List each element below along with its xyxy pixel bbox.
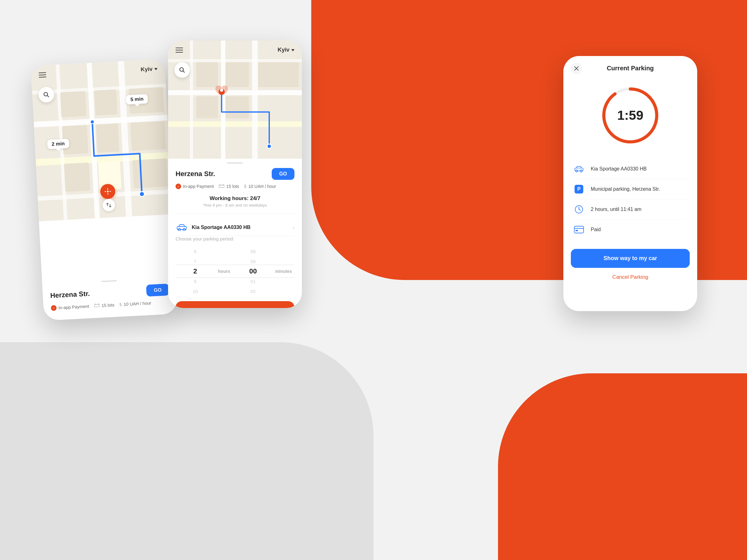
phone2-city-selector[interactable]: Kyiv <box>278 47 294 53</box>
time-picker[interactable]: 6 7 2 9 10 hours 58 59 00 01 02 minutes <box>176 246 294 296</box>
phone2-search-button[interactable] <box>174 62 190 78</box>
city-selector[interactable]: Kyiv <box>140 65 157 73</box>
phone1-bottom-card: Herzena Str. GO ✓ In-app Payment 15 lots… <box>42 272 178 320</box>
min-item-58: 58 <box>251 246 256 256</box>
hour-item-2-selected: 2 <box>193 266 197 276</box>
payment-info-icon <box>573 224 585 235</box>
time-info-icon <box>573 204 585 215</box>
chevron-right-icon: › <box>292 224 294 231</box>
check-icon: ✓ <box>51 305 57 311</box>
pay-button[interactable]: 20 UAH Pay → <box>176 301 294 308</box>
phone-3: Current Parking 1:59 K <box>563 56 697 311</box>
car-info: Kia Sportage AA0330 HB <box>176 224 251 231</box>
hamburger-menu[interactable] <box>38 72 46 77</box>
svg-rect-13 <box>130 121 166 151</box>
phone-1: 5 min 2 min Kyiv <box>31 59 178 320</box>
svg-line-57 <box>579 209 581 210</box>
map-area-1: 5 min 2 min Kyiv <box>31 59 173 221</box>
svg-rect-11 <box>96 124 120 153</box>
svg-line-41 <box>183 71 185 73</box>
min-item-01: 01 <box>251 276 256 286</box>
svg-rect-8 <box>60 91 86 117</box>
svg-rect-35 <box>196 97 218 118</box>
parking-info-row: Herzena Str. GO <box>50 284 169 302</box>
svg-line-21 <box>47 95 49 97</box>
hour-item-7: 7 <box>194 256 197 266</box>
hours-label: hours <box>218 269 230 274</box>
info-row-time: 2 hours, until 11:41 am <box>573 199 687 220</box>
info-row-parking: P Municipal parking, Herzena Str. <box>573 179 687 199</box>
hour-item-9: 9 <box>194 276 197 286</box>
info-row-car: Kia Sportage AA0330 HB <box>573 159 687 179</box>
period-label: Choose your parking period: <box>176 236 294 241</box>
working-hours-section: Working hours: 24/7 *free 8 pm - 8 am an… <box>176 189 294 214</box>
bg-gray-bottom <box>0 342 374 560</box>
svg-point-17 <box>139 191 145 196</box>
hours-column[interactable]: 6 7 2 9 10 <box>176 246 215 296</box>
payment-info-text: Paid <box>591 227 601 232</box>
min-item-02: 02 <box>251 286 256 296</box>
svg-rect-27 <box>168 121 302 127</box>
min-item-00-selected: 00 <box>249 266 257 276</box>
close-button[interactable] <box>571 63 582 74</box>
parking-name: Herzena Str. <box>50 290 90 300</box>
svg-rect-16 <box>132 158 168 188</box>
svg-point-39 <box>267 144 272 149</box>
svg-rect-60 <box>575 230 578 231</box>
phone3-title: Current Parking <box>607 65 654 72</box>
svg-rect-33 <box>226 62 249 87</box>
phone2-price-meta: $ 10 UAH / hour <box>244 184 276 189</box>
time-info-text: 2 hours, until 11:41 am <box>591 207 642 212</box>
phone-2: Kyiv Herzena Str. GO ✓ In-app Payment <box>168 41 302 308</box>
info-row-payment: Paid <box>573 220 687 240</box>
phone2-go-button[interactable]: GO <box>272 168 294 180</box>
working-hours-subtitle: *free 8 pm - 8 am and on weekdays <box>176 203 294 208</box>
working-hours-title: Working hours: 24/7 <box>176 195 294 202</box>
info-rows: Kia Sportage AA0330 HB P Municipal parki… <box>563 156 697 243</box>
phone2-check-icon: ✓ <box>176 184 181 189</box>
car-info-icon <box>573 163 585 175</box>
bg-orange-bottom <box>498 373 747 560</box>
phone2-parking-row: Herzena Str. GO <box>176 168 294 180</box>
svg-rect-52 <box>575 168 583 171</box>
parking-info-icon: P <box>573 184 585 195</box>
phone2-content: Herzena Str. GO ✓ In-app Payment 15 lots… <box>168 162 302 308</box>
phone2-hamburger[interactable] <box>176 48 183 53</box>
svg-rect-32 <box>196 62 218 87</box>
min-item-59: 59 <box>251 256 256 266</box>
cancel-parking-button[interactable]: Cancel Parking <box>612 274 648 280</box>
phone2-parking-meta: ✓ In-app Payment 15 lots $ 10 UAH / hour <box>176 184 294 189</box>
svg-rect-45 <box>177 226 186 230</box>
timer-time: 1:59 <box>617 108 643 123</box>
pay-label: Pay → <box>271 308 288 308</box>
svg-rect-9 <box>94 89 117 116</box>
callout-2min: 2 min <box>47 139 69 149</box>
minutes-label-col: minutes <box>273 246 294 296</box>
svg-rect-26 <box>168 90 302 95</box>
hours-label-col: hours <box>215 246 233 296</box>
hour-item-6: 6 <box>194 246 197 256</box>
drag-handle-2 <box>227 162 243 164</box>
minutes-column[interactable]: 58 59 00 01 02 <box>233 246 273 296</box>
svg-point-38 <box>220 89 223 92</box>
phone3-header: Current Parking <box>563 56 697 78</box>
timer-container: 1:59 <box>563 78 697 156</box>
go-button[interactable]: GO <box>146 284 169 297</box>
phone2-city-caret-icon <box>291 49 294 51</box>
drag-handle <box>101 280 117 282</box>
parking-info-text: Municipal parking, Herzena Str. <box>591 186 660 192</box>
phone2-lots-meta: 15 lots <box>219 184 239 189</box>
car-icon <box>176 224 188 231</box>
svg-rect-24 <box>98 303 99 304</box>
svg-rect-31 <box>168 59 302 62</box>
car-name: Kia Sportage AA0330 HB <box>192 224 251 230</box>
svg-rect-58 <box>574 226 584 233</box>
price-meta: $ 10 UAH / hour <box>119 300 151 307</box>
timer-circle: 1:59 <box>599 84 662 146</box>
car-row[interactable]: Kia Sportage AA0330 HB › <box>176 219 294 236</box>
svg-point-18 <box>90 120 94 124</box>
car-info-text: Kia Sportage AA0330 HB <box>591 166 647 172</box>
svg-rect-14 <box>64 162 90 192</box>
show-way-button[interactable]: Show way to my car <box>571 249 690 268</box>
svg-rect-42 <box>219 185 225 188</box>
